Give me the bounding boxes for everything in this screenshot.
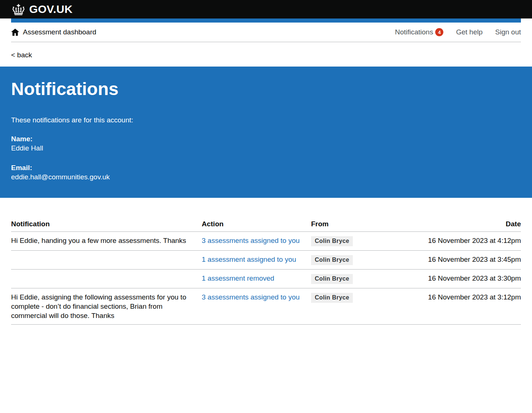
name-value: Eddie Hall (11, 143, 521, 153)
home-icon (11, 28, 19, 36)
nav-get-help-link[interactable]: Get help (456, 28, 482, 36)
date-value: 16 November 2023 at 3:30pm (422, 270, 521, 288)
service-nav: Assessment dashboard Notifications 4 Get… (11, 23, 521, 42)
email-value: eddie.hall@communities.gov.uk (11, 172, 521, 182)
back-link[interactable]: < back (11, 51, 32, 59)
notifications-table-section: Notification Action From Date Hi Eddie, … (11, 198, 521, 325)
table-row: Hi Eddie, handing you a few more assessm… (11, 232, 521, 251)
govuk-header: GOV.UK (0, 0, 532, 18)
hero-intro: These notifications are for this account… (11, 115, 521, 125)
nav-sign-out-link[interactable]: Sign out (495, 28, 521, 36)
table-row: 1 assessment removed Colin Bryce 16 Nove… (11, 270, 521, 288)
table-header-row: Notification Action From Date (11, 220, 521, 232)
back-row: < back (11, 42, 521, 67)
notification-message: Hi Eddie, assigning the following assess… (11, 288, 202, 325)
notification-message: Hi Eddie, handing you a few more assessm… (11, 232, 202, 251)
header-blue-bar (11, 18, 521, 23)
notification-message (11, 251, 202, 270)
govuk-logo-link[interactable]: GOV.UK (11, 4, 72, 15)
from-tag: Colin Bryce (311, 236, 353, 246)
from-tag: Colin Bryce (311, 274, 353, 284)
action-link[interactable]: 3 assessments assigned to you (202, 237, 300, 244)
col-header-action: Action (202, 220, 311, 232)
col-header-from: From (311, 220, 422, 232)
col-header-date: Date (422, 220, 521, 232)
crown-icon (11, 4, 26, 15)
nav-notifications-label: Notifications (395, 28, 433, 36)
nav-notifications-link[interactable]: Notifications 4 (395, 28, 444, 36)
date-value: 16 November 2023 at 4:12pm (422, 232, 521, 251)
notification-count-badge: 4 (435, 28, 443, 36)
col-header-notification: Notification (11, 220, 202, 232)
notification-message (11, 270, 202, 288)
nav-assessment-dashboard[interactable]: Assessment dashboard (11, 28, 96, 36)
notifications-table: Notification Action From Date Hi Eddie, … (11, 220, 521, 325)
action-link[interactable]: 1 assessment assigned to you (202, 255, 296, 263)
email-label: Email: (11, 163, 521, 172)
action-link[interactable]: 3 assessments assigned to you (202, 293, 300, 301)
nav-right-links: Notifications 4 Get help Sign out (395, 28, 521, 36)
date-value: 16 November 2023 at 3:45pm (422, 251, 521, 270)
action-link[interactable]: 1 assessment removed (202, 274, 274, 282)
name-label: Name: (11, 134, 521, 143)
date-value: 16 November 2023 at 3:12pm (422, 288, 521, 325)
table-row: Hi Eddie, assigning the following assess… (11, 288, 521, 325)
table-row: 1 assessment assigned to you Colin Bryce… (11, 251, 521, 270)
page-title: Notifications (11, 80, 521, 98)
account-name-group: Name: Eddie Hall (11, 134, 521, 153)
account-email-group: Email: eddie.hall@communities.gov.uk (11, 163, 521, 182)
govuk-logo-text: GOV.UK (29, 4, 72, 15)
from-tag: Colin Bryce (311, 293, 353, 303)
notifications-hero: Notifications These notifications are fo… (0, 67, 532, 198)
from-tag: Colin Bryce (311, 255, 353, 265)
nav-dashboard-label: Assessment dashboard (23, 28, 96, 36)
